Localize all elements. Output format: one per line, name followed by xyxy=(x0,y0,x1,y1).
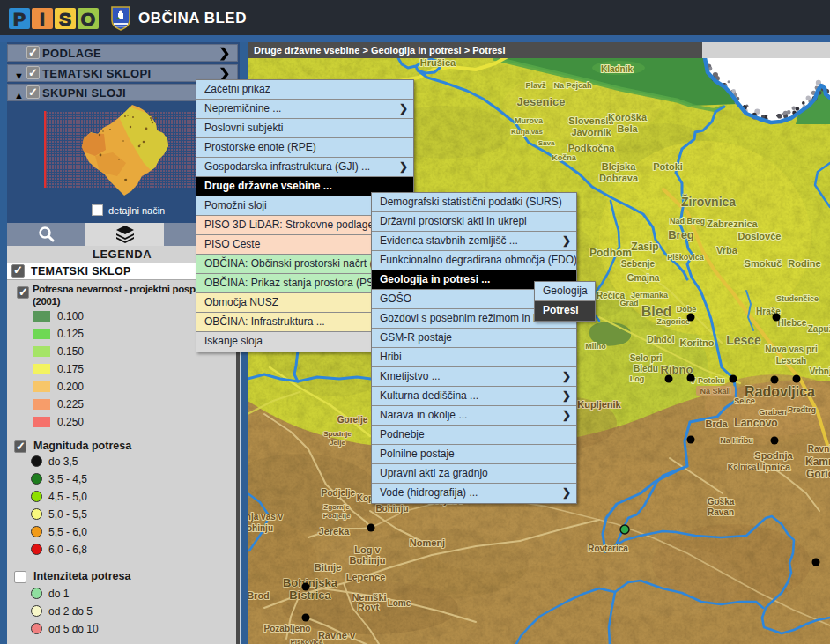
svg-text:Lesce: Lesce xyxy=(726,333,761,347)
svg-text:Goška: Goška xyxy=(708,497,735,507)
svg-text:Brod: Brod xyxy=(248,590,270,601)
svg-text:Potoki: Potoki xyxy=(653,161,683,172)
svg-text:V Potoku: V Potoku xyxy=(690,376,724,385)
svg-text:Jereka: Jereka xyxy=(319,526,351,537)
svg-text:Na Pejcah: Na Pejcah xyxy=(553,81,591,90)
svg-text:Nova vas pri: Nova vas pri xyxy=(765,344,818,354)
svg-text:Smokuč: Smokuč xyxy=(745,258,782,269)
svg-text:ohinju: ohinju xyxy=(248,523,273,533)
svg-text:Zagorice: Zagorice xyxy=(656,317,690,326)
svg-text:Radovljica: Radovljica xyxy=(745,384,815,399)
svg-text:Pozabljeno: Pozabljeno xyxy=(264,624,311,633)
svg-text:Zasip: Zasip xyxy=(631,241,658,253)
svg-text:Dobe: Dobe xyxy=(677,305,697,314)
svg-text:Dindol: Dindol xyxy=(647,335,674,344)
svg-text:Kurja vas: Kurja vas xyxy=(511,128,544,136)
svg-text:Rovtarica: Rovtarica xyxy=(588,544,628,553)
svg-text:Na Hribu: Na Hribu xyxy=(720,436,753,445)
svg-text:Rovt: Rovt xyxy=(358,602,380,612)
svg-text:Brda: Brda xyxy=(705,418,728,429)
svg-text:Spodnja: Spodnja xyxy=(754,450,793,461)
svg-text:Jesenice: Jesenice xyxy=(517,95,566,108)
svg-text:Mlino: Mlino xyxy=(585,342,606,351)
svg-text:Piškovica: Piškovica xyxy=(667,253,705,262)
svg-text:Koritno: Koritno xyxy=(679,337,714,348)
svg-text:Hrušica: Hrušica xyxy=(420,57,456,68)
svg-text:Nomenj: Nomenj xyxy=(410,537,445,548)
svg-text:Ravan: Ravan xyxy=(708,507,734,517)
svg-text:Rodine: Rodine xyxy=(788,258,820,269)
svg-text:Dobrava: Dobrava xyxy=(599,173,639,183)
svg-text:Ravne v: Ravne v xyxy=(318,630,356,640)
svg-text:Kupljenik: Kupljenik xyxy=(577,399,621,410)
svg-text:Bledu: Bledu xyxy=(634,364,658,374)
svg-text:Sebenje: Sebenje xyxy=(621,259,656,269)
svg-text:Podkočna: Podkočna xyxy=(568,143,615,153)
svg-text:Hlebce: Hlebce xyxy=(778,318,807,328)
svg-text:Bohinju: Bohinju xyxy=(375,504,408,514)
svg-text:Blejska: Blejska xyxy=(602,161,636,172)
svg-text:Podjelje: Podjelje xyxy=(322,488,356,498)
svg-text:Log: Log xyxy=(630,374,645,383)
svg-text:Zabreznica: Zabreznica xyxy=(707,218,758,229)
svg-text:Ribno: Ribno xyxy=(661,363,693,376)
svg-text:Lipnica: Lipnica xyxy=(757,462,791,472)
svg-text:Spodnje: Spodnje xyxy=(323,430,352,438)
svg-text:Graben: Graben xyxy=(759,408,787,417)
svg-text:Bohinju: Bohinju xyxy=(350,555,386,566)
svg-text:Plavž: Plavž xyxy=(525,81,546,90)
svg-text:Breg: Breg xyxy=(668,228,694,241)
svg-text:Kočna: Kočna xyxy=(552,153,577,162)
svg-text:Vrba: Vrba xyxy=(716,245,738,255)
svg-text:Log v: Log v xyxy=(354,544,381,555)
svg-text:Vrbnje: Vrbnje xyxy=(810,366,830,376)
svg-text:Lescah: Lescah xyxy=(776,356,806,366)
svg-text:Selce: Selce xyxy=(734,396,755,405)
svg-text:Bela: Bela xyxy=(617,123,638,134)
svg-text:Gorica: Gorica xyxy=(806,468,830,480)
svg-text:Sava: Sava xyxy=(538,139,555,147)
svg-text:Podjelje: Podjelje xyxy=(323,512,351,520)
svg-text:Slovenski: Slovenski xyxy=(568,115,613,126)
svg-text:Studenčice: Studenčice xyxy=(776,294,819,303)
svg-text:Doslovče: Doslovče xyxy=(738,231,782,241)
svg-text:Zapuže: Zapuže xyxy=(808,324,830,334)
svg-text:Lome: Lome xyxy=(388,598,411,608)
svg-text:Grad: Grad xyxy=(619,299,638,307)
svg-text:Na Skali: Na Skali xyxy=(700,387,730,396)
svg-text:Kladnik: Kladnik xyxy=(601,64,634,74)
svg-text:Zgornje: Zgornje xyxy=(323,503,350,511)
svg-text:Kolnica: Kolnica xyxy=(728,463,758,471)
svg-text:Gmajna: Gmajna xyxy=(627,273,660,283)
svg-text:Nad Breg: Nad Breg xyxy=(670,217,705,226)
svg-text:Selo pri: Selo pri xyxy=(630,353,663,363)
svg-text:Gorelje: Gorelje xyxy=(337,415,368,425)
svg-text:Bohinjska: Bohinjska xyxy=(283,576,338,589)
svg-text:Ravnica: Ravnica xyxy=(808,444,830,454)
svg-text:Lancovo: Lancovo xyxy=(734,417,777,429)
svg-text:Bistrica: Bistrica xyxy=(289,588,331,602)
svg-text:Bitnje: Bitnje xyxy=(315,562,342,573)
svg-text:Kamna: Kamna xyxy=(805,455,830,468)
svg-text:Predtrg: Predtrg xyxy=(788,405,816,414)
svg-text:Podhom: Podhom xyxy=(589,247,632,259)
svg-text:Murova: Murova xyxy=(515,116,544,125)
svg-text:Žirovnica: Žirovnica xyxy=(681,194,736,209)
svg-text:Piškovica: Piškovica xyxy=(291,638,323,644)
svg-text:Lepence: Lepence xyxy=(346,572,386,582)
svg-text:Jelje: Jelje xyxy=(330,439,345,447)
svg-text:Koroška: Koroška xyxy=(608,112,648,122)
svg-text:nja vas v: nja vas v xyxy=(248,512,284,522)
svg-text:Javornik: Javornik xyxy=(571,127,611,137)
